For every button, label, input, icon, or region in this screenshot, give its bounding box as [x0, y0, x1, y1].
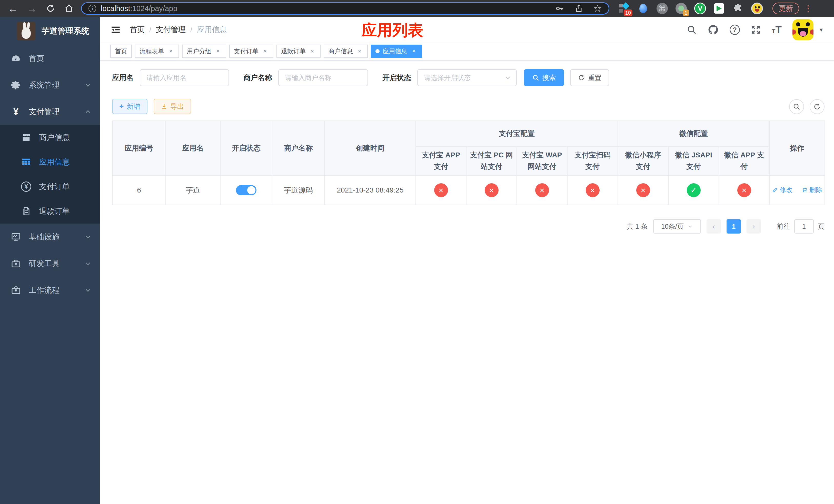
page-jumper: 前往 页 — [777, 219, 825, 233]
tab-close-icon[interactable]: × — [309, 48, 316, 55]
breadcrumb-current: 应用信息 — [197, 25, 227, 35]
extension-diamond-icon[interactable]: 10 — [618, 2, 630, 15]
sidebar-item-merchant-info[interactable]: 商户信息 — [0, 125, 100, 150]
url-bar[interactable]: i localhost:1024/pay/app ☆ — [81, 2, 609, 15]
search-icon[interactable] — [686, 25, 697, 35]
url-text[interactable]: localhost:1024/pay/app — [101, 4, 555, 13]
home-icon[interactable] — [64, 4, 74, 13]
extension-command-icon[interactable]: ⌘ — [656, 2, 668, 15]
app-title: 芋道管理系统 — [42, 26, 89, 37]
profile-avatar-icon[interactable] — [751, 2, 763, 15]
col-created: 创建时间 — [325, 121, 416, 176]
cell-app-id: 6 — [112, 176, 166, 205]
app-logo — [17, 22, 36, 40]
tab-process-form[interactable]: 流程表单× — [135, 45, 179, 58]
font-size-icon[interactable]: TT — [772, 24, 782, 36]
sidebar-item-system[interactable]: 系统管理 — [0, 72, 100, 98]
sidebar-item-workflow[interactable]: 工作流程 — [0, 277, 100, 303]
avatar-caret-icon[interactable]: ▾ — [820, 26, 823, 33]
tab-close-icon[interactable]: × — [214, 48, 222, 55]
search-icon — [793, 103, 800, 111]
status-select[interactable] — [417, 69, 517, 86]
grid-icon — [20, 157, 32, 167]
browser-menu-icon[interactable]: ⋮ — [804, 3, 812, 14]
pagination: 共 1 条 10条/页 ‹ 1 › 前往 页 — [112, 219, 825, 233]
reset-button[interactable]: 重置 — [570, 69, 609, 86]
forward-icon[interactable]: → — [27, 0, 37, 17]
user-avatar[interactable] — [792, 19, 813, 40]
tab-refund-orders[interactable]: 退款订单× — [277, 45, 321, 58]
page-size-select[interactable]: 10条/页 — [653, 219, 701, 233]
sidebar-item-payment[interactable]: ¥ 支付管理 — [0, 98, 100, 125]
sidebar-item-label: 退款订单 — [39, 206, 91, 216]
yen-circle-icon: ¥ — [20, 182, 32, 192]
briefcase-icon — [10, 285, 22, 295]
breadcrumb-payment[interactable]: 支付管理 — [156, 25, 186, 35]
tab-close-icon[interactable]: × — [167, 48, 174, 55]
col-app-name: 应用名 — [166, 121, 220, 176]
delete-link[interactable]: 删除 — [802, 186, 822, 194]
fullscreen-icon[interactable] — [751, 25, 761, 35]
extension-v-icon[interactable]: V — [694, 2, 706, 15]
share-icon[interactable] — [574, 4, 584, 13]
table-row: 6 芋道 芋道源码 2021-10-23 08:49:25 修改 删除 — [112, 176, 825, 205]
sidebar-item-home[interactable]: 首页 — [0, 45, 100, 72]
tab-user-group[interactable]: 用户分组× — [182, 45, 226, 58]
next-page-button[interactable]: › — [747, 219, 761, 233]
tab-merchant-info[interactable]: 商户信息× — [324, 45, 368, 58]
goto-page-input[interactable] — [794, 219, 814, 233]
app-table: 应用编号 应用名 开启状态 商户名称 创建时间 支付宝配置 微信配置 操作 支付… — [112, 120, 825, 205]
app-logo-row[interactable]: 芋道管理系统 — [0, 17, 100, 45]
cell-app-name: 芋道 — [166, 176, 220, 205]
sidebar-item-app-info[interactable]: 应用信息 — [0, 150, 100, 174]
extensions-puzzle-icon[interactable] — [732, 2, 744, 15]
edit-link[interactable]: 修改 — [772, 186, 792, 194]
tab-close-icon[interactable]: × — [356, 48, 363, 55]
status-toggle[interactable] — [236, 185, 257, 196]
sidebar-item-pay-orders[interactable]: ¥ 支付订单 — [0, 174, 100, 199]
extension-balloon-icon[interactable] — [637, 2, 649, 15]
tab-app-info[interactable]: 应用信息× — [371, 45, 422, 58]
sidebar-item-refund-orders[interactable]: 退款订单 — [0, 199, 100, 224]
browser-nav: ← → — [0, 0, 81, 17]
help-icon[interactable]: ? — [730, 25, 740, 35]
pencil-icon — [772, 187, 778, 193]
merchant-name-label: 商户名称 — [243, 73, 272, 83]
sidebar-item-dev-tools[interactable]: 研发工具 — [0, 250, 100, 277]
site-info-icon[interactable]: i — [88, 5, 96, 12]
prev-page-button[interactable]: ‹ — [706, 219, 721, 233]
briefcase-icon — [10, 258, 22, 269]
plus-icon: + — [119, 102, 124, 110]
sidebar-item-infrastructure[interactable]: 基础设施 — [0, 224, 100, 250]
collapse-sidebar-icon[interactable] — [110, 24, 121, 35]
search-button[interactable]: 搜索 — [524, 69, 564, 86]
col-alipay-scan: 支付宝扫码支付 — [567, 146, 618, 176]
tab-home[interactable]: 首页 — [110, 45, 132, 58]
app-name-input[interactable] — [140, 69, 229, 86]
bookmark-star-icon[interactable]: ☆ — [593, 4, 602, 13]
back-icon[interactable]: ← — [8, 0, 18, 17]
pay-status-icon — [687, 183, 701, 197]
navbar-actions: ? TT ▾ — [686, 19, 834, 40]
toggle-search-button[interactable] — [789, 99, 804, 114]
sidebar-item-label: 商户信息 — [39, 132, 91, 143]
tab-close-icon[interactable]: × — [410, 48, 418, 55]
merchant-name-input[interactable] — [278, 69, 368, 86]
pay-status-icon — [535, 183, 549, 197]
tab-close-icon[interactable]: × — [262, 48, 269, 55]
github-icon[interactable] — [707, 24, 719, 36]
tab-pay-orders[interactable]: 支付订单× — [229, 45, 273, 58]
export-button[interactable]: 导出 — [154, 99, 191, 114]
extension-session-icon[interactable]: 1 — [675, 2, 687, 15]
status-select-input[interactable] — [417, 69, 517, 86]
refresh-table-button[interactable] — [810, 99, 825, 114]
breadcrumb-home[interactable]: 首页 — [130, 25, 145, 35]
reload-icon[interactable] — [46, 4, 56, 13]
extension-doc-icon[interactable] — [713, 2, 725, 15]
col-alipay-pc: 支付宝 PC 网站支付 — [466, 146, 517, 176]
group-wechat-config: 微信配置 — [618, 121, 769, 146]
chrome-update-button[interactable]: 更新 — [772, 3, 799, 14]
add-button[interactable]: +新增 — [112, 99, 148, 114]
page-number-1[interactable]: 1 — [727, 219, 741, 233]
password-key-icon[interactable] — [555, 4, 565, 13]
